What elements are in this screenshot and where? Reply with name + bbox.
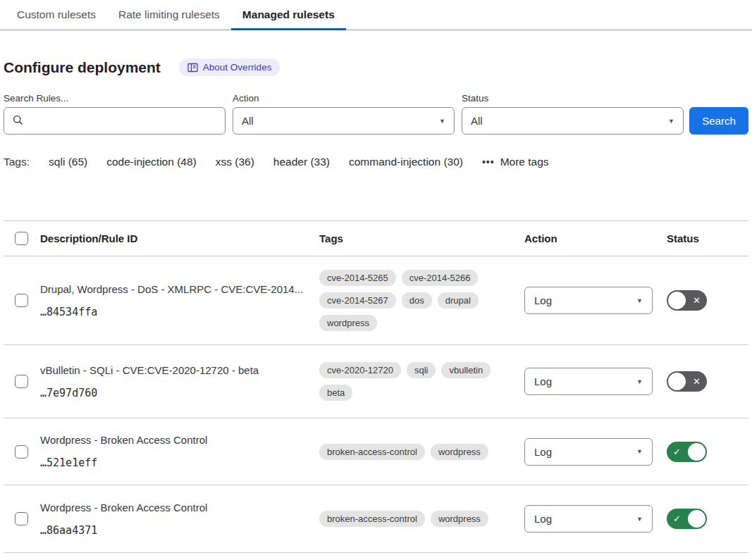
book-icon xyxy=(187,63,198,73)
chevron-down-icon: ▼ xyxy=(636,297,643,304)
tag-pill: cve-2020-12720 xyxy=(319,362,401,378)
column-header-description: Description/Rule ID xyxy=(40,221,319,256)
chevron-down-icon: ▼ xyxy=(668,118,674,125)
action-select[interactable]: Log▼ xyxy=(524,368,653,395)
tag-pill: broken-access-control xyxy=(319,511,425,527)
tag-pill: cve-2014-5265 xyxy=(319,270,396,286)
tab-managed-rulesets[interactable]: Managed rulesets xyxy=(231,0,346,30)
rule-description: vBulletin - SQLi - CVE:CVE-2020-12720 - … xyxy=(40,364,259,376)
ellipsis-icon: ••• xyxy=(482,156,495,168)
rule-id: …84534ffa xyxy=(40,306,303,318)
action-select[interactable]: Log▼ xyxy=(524,505,653,533)
status-filter-select[interactable]: All ▼ xyxy=(462,107,684,135)
status-filter-value: All xyxy=(471,115,483,127)
tag-pill: cve-2014-5266 xyxy=(402,270,479,286)
action-select-value: Log xyxy=(534,446,552,458)
action-select-value: Log xyxy=(534,294,552,306)
rules-table: Description/Rule ID Tags Action Status D… xyxy=(4,220,748,553)
x-icon: ✕ xyxy=(688,295,705,306)
page-header: Configure deployment About Overrides xyxy=(4,58,748,76)
row-checkbox[interactable] xyxy=(15,512,28,525)
rule-description: Wordpress - Broken Access Control xyxy=(40,434,207,446)
chevron-down-icon: ▼ xyxy=(636,448,643,455)
table-row: vBulletin - SQLi - CVE:CVE-2020-12720 - … xyxy=(4,345,748,418)
search-input-wrapper xyxy=(4,107,226,135)
about-overrides-label: About Overrides xyxy=(203,62,272,73)
status-filter-label: Status xyxy=(462,93,684,104)
more-tags-button[interactable]: ••• More tags xyxy=(482,156,549,168)
toggle-knob xyxy=(668,292,686,309)
search-rules-input[interactable] xyxy=(30,115,216,127)
tag-pill: drupal xyxy=(438,292,479,309)
about-overrides-badge[interactable]: About Overrides xyxy=(179,58,281,76)
select-all-checkbox[interactable] xyxy=(15,232,28,245)
tab-rate-limiting-rulesets[interactable]: Rate limiting rulesets xyxy=(107,0,231,30)
row-checkbox[interactable] xyxy=(15,294,28,307)
table-body: Drupal, Wordpress - DoS - XMLRPC - CVE:C… xyxy=(4,256,748,552)
tags-bar: Tags: sqli (65)code-injection (48)xss (3… xyxy=(4,156,748,168)
toggle-knob xyxy=(688,443,705,461)
tag-links: sqli (65)code-injection (48)xss (36)head… xyxy=(49,156,463,168)
search-button[interactable]: Search xyxy=(689,107,748,135)
rule-tags: cve-2020-12720sqlivbulletinbeta xyxy=(319,362,497,401)
rule-id: …86aa4371 xyxy=(40,524,207,537)
action-select[interactable]: Log▼ xyxy=(524,287,653,314)
action-select-value: Log xyxy=(534,513,552,525)
toggle-knob xyxy=(668,373,686,390)
tags-bar-label: Tags: xyxy=(4,156,30,168)
more-tags-label: More tags xyxy=(500,156,549,168)
rule-tags: broken-access-controlwordpress xyxy=(319,511,488,527)
tag-filter-link[interactable]: header (33) xyxy=(273,156,330,168)
table-header-row: Description/Rule ID Tags Action Status xyxy=(4,221,748,256)
rule-tags: broken-access-controlwordpress xyxy=(319,444,488,460)
tag-filter-link[interactable]: xss (36) xyxy=(216,156,254,168)
tag-pill: wordpress xyxy=(431,444,488,460)
status-toggle[interactable]: ✓ xyxy=(667,442,707,462)
table-row: Wordpress - Broken Access Control…86aa43… xyxy=(4,485,748,552)
chevron-down-icon: ▼ xyxy=(636,516,643,523)
search-rules-label: Search Rules... xyxy=(4,93,226,104)
tag-pill: wordpress xyxy=(319,315,377,331)
action-select-value: Log xyxy=(534,375,552,387)
status-toggle[interactable]: ✓ xyxy=(667,509,707,529)
chevron-down-icon: ▼ xyxy=(439,118,445,125)
rule-id: …521e1eff xyxy=(40,456,207,469)
tag-pill: beta xyxy=(319,385,352,401)
table-row: Drupal, Wordpress - DoS - XMLRPC - CVE:C… xyxy=(4,256,748,345)
filter-bar: Search Rules... Action All ▼ Status All xyxy=(4,93,748,135)
tag-pill: wordpress xyxy=(431,511,488,527)
tag-filter-link[interactable]: command-injection (30) xyxy=(349,156,463,168)
rule-id: …7e97d760 xyxy=(40,387,259,399)
column-header-tags: Tags xyxy=(319,221,524,256)
tag-pill: sqli xyxy=(407,362,436,378)
ruleset-tab-bar: Custom rulesetsRate limiting rulesetsMan… xyxy=(0,0,752,30)
check-icon: ✓ xyxy=(668,447,686,457)
tag-pill: dos xyxy=(402,292,432,309)
tag-pill: broken-access-control xyxy=(319,444,425,460)
action-filter-value: All xyxy=(242,115,254,127)
column-header-status: Status xyxy=(667,221,748,256)
table-row: Wordpress - Broken Access Control…521e1e… xyxy=(4,418,748,485)
page-title: Configure deployment xyxy=(4,59,161,76)
status-toggle[interactable]: ✕ xyxy=(667,371,707,392)
tag-filter-link[interactable]: sqli (65) xyxy=(49,156,87,168)
rule-description: Drupal, Wordpress - DoS - XMLRPC - CVE:C… xyxy=(40,283,303,295)
search-icon xyxy=(13,115,23,127)
toggle-knob xyxy=(688,510,705,528)
tab-custom-rulesets[interactable]: Custom rulesets xyxy=(6,0,107,30)
x-icon: ✕ xyxy=(688,376,705,387)
tag-filter-link[interactable]: code-injection (48) xyxy=(106,156,197,168)
check-icon: ✓ xyxy=(668,514,686,524)
column-header-action: Action xyxy=(524,221,667,256)
main-content: Configure deployment About Overrides Sea… xyxy=(0,58,752,553)
row-checkbox[interactable] xyxy=(15,375,28,388)
rule-description: Wordpress - Broken Access Control xyxy=(40,502,207,514)
action-filter-select[interactable]: All ▼ xyxy=(233,107,455,135)
tag-pill: vbulletin xyxy=(441,362,491,378)
action-filter-label: Action xyxy=(233,93,455,104)
action-select[interactable]: Log▼ xyxy=(524,438,653,466)
rule-tags: cve-2014-5265cve-2014-5266cve-2014-5267d… xyxy=(319,270,497,331)
status-toggle[interactable]: ✕ xyxy=(667,290,707,311)
row-checkbox[interactable] xyxy=(15,445,28,459)
chevron-down-icon: ▼ xyxy=(636,378,643,385)
